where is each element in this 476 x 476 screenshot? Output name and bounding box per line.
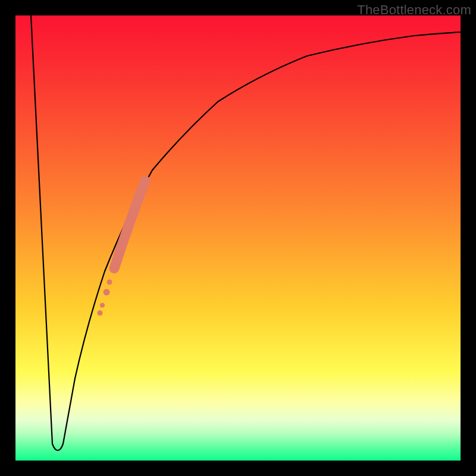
chart-frame: TheBottleneck.com [0,0,476,476]
chart-svg [15,15,461,461]
plot-area [15,15,461,461]
highlight-dot [107,280,112,285]
main-curve-path [31,15,461,450]
highlight-dot [100,303,105,308]
highlight-stroke [114,181,145,268]
highlight-dot [104,289,110,296]
watermark-text: TheBottleneck.com [357,2,471,18]
highlight-dot [98,311,103,316]
